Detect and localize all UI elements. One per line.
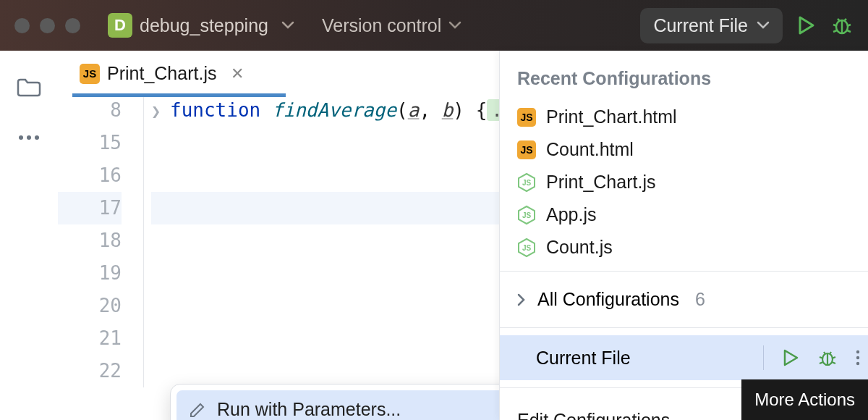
current-file-item[interactable]: Current File bbox=[500, 335, 868, 380]
svg-line-18 bbox=[820, 362, 823, 364]
run-icon[interactable] bbox=[781, 348, 800, 367]
line-number: 16 bbox=[58, 159, 122, 192]
project-icon: D bbox=[108, 13, 132, 38]
chevron-down-icon bbox=[281, 21, 294, 30]
tab-filename: Print_Chart.js bbox=[107, 63, 216, 84]
line-number: 22 bbox=[58, 355, 122, 387]
config-label: Print_Chart.js bbox=[546, 172, 655, 193]
line-number: 19 bbox=[58, 257, 122, 290]
window-controls bbox=[14, 18, 80, 33]
tab-print-chart[interactable]: JS Print_Chart.js ✕ bbox=[72, 54, 257, 94]
more-tool-icon[interactable] bbox=[17, 134, 41, 141]
svg-point-23 bbox=[856, 356, 859, 359]
svg-point-9 bbox=[27, 135, 31, 140]
config-item[interactable]: JS App.js bbox=[500, 198, 868, 231]
run-parameters-popup: Run with Parameters... bbox=[170, 384, 539, 420]
gutter: 8 15 16 17 18 19 20 21 22 bbox=[58, 94, 143, 387]
config-item[interactable]: JS Count.js bbox=[500, 231, 868, 264]
line-number: 15 bbox=[58, 127, 122, 159]
run-config-dropdown: Recent Configurations JS Print_Chart.htm… bbox=[499, 51, 868, 420]
line-number: 18 bbox=[58, 224, 122, 257]
js-file-icon: JS bbox=[517, 108, 536, 127]
nodejs-icon: JS bbox=[517, 173, 536, 192]
js-file-icon: JS bbox=[517, 140, 536, 159]
more-actions-tooltip: More Actions bbox=[741, 379, 868, 420]
dropdown-header: Recent Configurations bbox=[500, 51, 868, 101]
all-configurations-item[interactable]: All Configurations 6 bbox=[500, 279, 868, 320]
separator bbox=[763, 345, 764, 370]
config-label: App.js bbox=[546, 204, 596, 225]
svg-line-21 bbox=[830, 352, 831, 354]
nodejs-icon: JS bbox=[517, 238, 536, 257]
svg-point-8 bbox=[19, 135, 23, 140]
all-configurations-label: All Configurations bbox=[537, 289, 679, 310]
project-name: debug_stepping bbox=[140, 15, 268, 36]
tooltip-text: More Actions bbox=[754, 390, 855, 409]
function-name: findAverage bbox=[272, 99, 396, 121]
version-control-menu[interactable]: Version control bbox=[322, 15, 461, 36]
config-item[interactable]: JS Print_Chart.js bbox=[500, 166, 868, 198]
config-label: Print_Chart.html bbox=[546, 106, 677, 127]
separator bbox=[500, 271, 868, 272]
fold-chevron-icon[interactable]: ❯ bbox=[151, 95, 164, 127]
svg-text:JS: JS bbox=[522, 211, 532, 219]
svg-point-10 bbox=[35, 135, 39, 140]
run-config-label: Current File bbox=[653, 15, 748, 36]
project-tool-icon[interactable] bbox=[16, 76, 42, 98]
svg-point-22 bbox=[856, 350, 859, 353]
chevron-right-icon bbox=[517, 293, 526, 306]
run-toolbar: Current File bbox=[640, 8, 854, 43]
svg-line-5 bbox=[847, 30, 851, 32]
separator bbox=[500, 327, 868, 328]
svg-text:JS: JS bbox=[522, 244, 532, 252]
svg-line-4 bbox=[833, 30, 837, 32]
run-with-parameters-label: Run with Parameters... bbox=[217, 399, 401, 420]
nodejs-icon: JS bbox=[517, 206, 536, 224]
edit-configurations-label: Edit Configurations... bbox=[517, 410, 685, 420]
config-label: Count.js bbox=[546, 237, 613, 258]
line-number: 20 bbox=[58, 290, 122, 322]
close-icon[interactable]: ✕ bbox=[231, 64, 244, 83]
run-config-selector[interactable]: Current File bbox=[640, 8, 783, 43]
config-item[interactable]: JS Print_Chart.html bbox=[500, 101, 868, 133]
keyword: function bbox=[170, 99, 260, 121]
more-icon[interactable] bbox=[855, 348, 861, 367]
pencil-icon bbox=[188, 400, 207, 419]
maximize-window-icon[interactable] bbox=[65, 18, 80, 33]
svg-line-7 bbox=[844, 19, 846, 21]
current-file-label: Current File bbox=[536, 348, 631, 369]
project-selector[interactable]: D debug_stepping bbox=[102, 10, 300, 41]
config-label: Count.html bbox=[546, 139, 634, 160]
svg-line-6 bbox=[838, 19, 840, 21]
all-configurations-count: 6 bbox=[695, 289, 705, 310]
svg-line-19 bbox=[832, 362, 835, 364]
chevron-down-icon bbox=[757, 21, 770, 30]
parameter: a bbox=[408, 99, 420, 121]
svg-text:JS: JS bbox=[522, 179, 532, 187]
svg-point-24 bbox=[856, 362, 859, 365]
titlebar: D debug_stepping Version control Current… bbox=[0, 0, 868, 51]
line-number: 21 bbox=[58, 322, 122, 355]
current-file-actions bbox=[763, 345, 861, 370]
svg-line-20 bbox=[824, 352, 825, 354]
chevron-down-icon bbox=[448, 21, 461, 30]
config-item[interactable]: JS Count.html bbox=[500, 133, 868, 166]
run-with-parameters-item[interactable]: Run with Parameters... bbox=[176, 390, 532, 420]
debug-icon[interactable] bbox=[830, 14, 854, 36]
version-control-label: Version control bbox=[322, 15, 441, 36]
debug-icon[interactable] bbox=[817, 348, 838, 367]
parameter: b bbox=[442, 99, 454, 121]
tab-active-indicator bbox=[72, 93, 286, 97]
line-number: 8 bbox=[58, 94, 122, 127]
minimize-window-icon[interactable] bbox=[40, 18, 55, 33]
left-rail bbox=[0, 51, 58, 420]
run-icon[interactable] bbox=[796, 14, 817, 36]
js-file-icon: JS bbox=[80, 64, 100, 84]
close-window-icon[interactable] bbox=[14, 18, 30, 33]
line-number: 17 bbox=[58, 192, 122, 224]
